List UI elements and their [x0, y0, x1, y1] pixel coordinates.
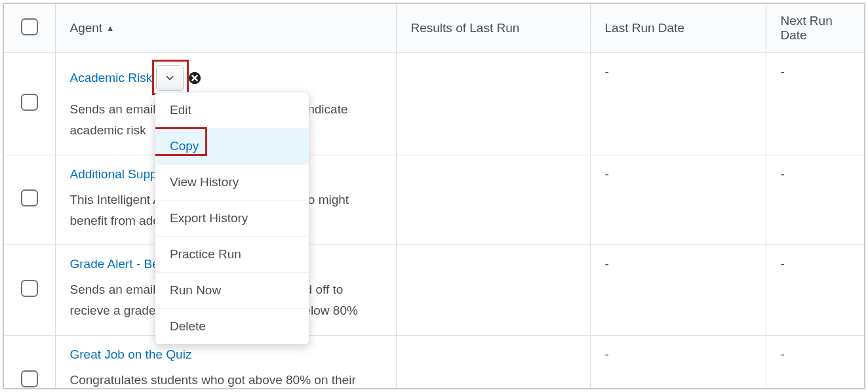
results-cell: [396, 245, 590, 336]
table-row: Great Job on the Quiz Congratulates stud…: [4, 335, 864, 389]
select-all-checkbox[interactable]: [21, 18, 38, 35]
header-checkbox-cell: [4, 4, 55, 53]
last-run-cell: -: [590, 53, 766, 155]
agents-table: Agent ▲ Results of Last Run Last Run Dat…: [4, 4, 864, 389]
last-run-cell: -: [590, 155, 766, 245]
header-last-run[interactable]: Last Run Date: [590, 4, 766, 53]
menu-run-now[interactable]: Run Now: [155, 273, 309, 309]
table-row: Academic Risk Sends an email to the stud…: [4, 53, 864, 155]
menu-view-history[interactable]: View History: [155, 165, 309, 201]
header-results[interactable]: Results of Last Run: [396, 4, 590, 53]
menu-copy[interactable]: Copy: [155, 128, 309, 165]
next-run-cell: -: [766, 245, 864, 336]
agent-link[interactable]: Academic Risk: [70, 71, 153, 85]
disabled-icon: [187, 71, 202, 85]
row-checkbox[interactable]: [21, 189, 38, 206]
row-checkbox[interactable]: [21, 370, 38, 387]
header-next-run[interactable]: Next Run Date: [766, 4, 864, 53]
menu-export-history[interactable]: Export History: [155, 201, 309, 237]
agent-actions-button[interactable]: [156, 65, 184, 91]
table-row: Grade Alert - Below 80% Sends an email t…: [4, 245, 864, 336]
agent-description: Congratulates students who got above 80%…: [70, 370, 382, 389]
menu-practice-run[interactable]: Practice Run: [155, 237, 309, 273]
next-run-cell: -: [766, 155, 864, 245]
agent-link[interactable]: Great Job on the Quiz: [70, 347, 192, 362]
results-cell: [396, 53, 590, 155]
next-run-cell: -: [766, 53, 864, 155]
results-cell: [396, 155, 590, 245]
chevron-down-icon: [164, 72, 176, 84]
row-checkbox[interactable]: [21, 94, 38, 111]
last-run-cell: -: [590, 245, 766, 336]
row-checkbox[interactable]: [21, 280, 38, 297]
last-run-cell: -: [590, 335, 766, 389]
header-agent[interactable]: Agent ▲: [55, 4, 396, 53]
agent-actions-menu: Edit Copy View History Export History Pr…: [155, 92, 309, 345]
menu-edit[interactable]: Edit: [155, 92, 309, 128]
menu-delete[interactable]: Delete: [155, 309, 309, 344]
header-agent-label: Agent: [70, 21, 103, 35]
table-row: Additional Support This Intelligent Agen…: [4, 155, 864, 245]
next-run-cell: -: [766, 335, 864, 389]
results-cell: [396, 335, 590, 389]
sort-ascending-icon: ▲: [106, 24, 114, 33]
